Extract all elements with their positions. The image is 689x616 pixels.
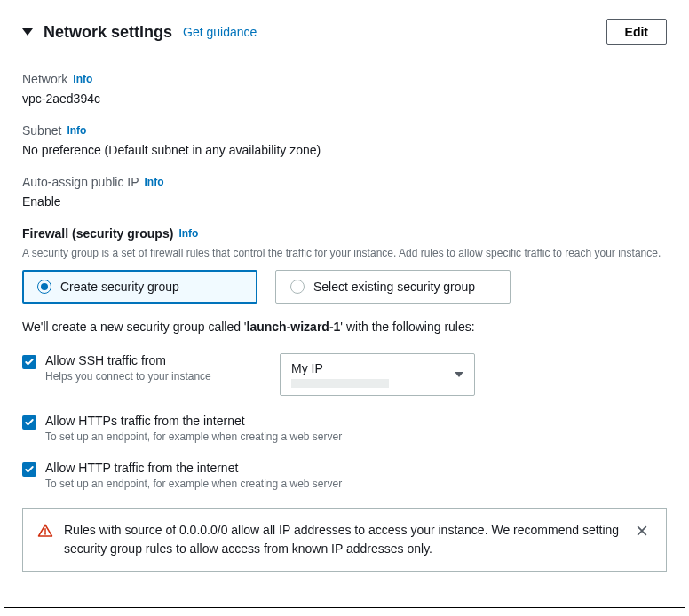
https-label: Allow HTTPs traffic from the internet bbox=[45, 414, 667, 428]
open-access-warning-alert: Rules with source of 0.0.0.0/0 allow all… bbox=[22, 508, 667, 572]
close-icon bbox=[636, 525, 648, 537]
create-sg-label: Create security group bbox=[60, 280, 179, 294]
radio-selected-icon bbox=[37, 280, 51, 294]
network-settings-panel: Network settings Get guidance Edit Netwo… bbox=[4, 4, 685, 608]
public-ip-label: Auto-assign public IP bbox=[22, 175, 139, 189]
firewall-desc: A security group is a set of firewall ru… bbox=[22, 246, 667, 261]
check-icon bbox=[24, 417, 35, 428]
sg-name: launch-wizard-1 bbox=[247, 320, 341, 334]
network-value: vpc-2aed394c bbox=[22, 91, 667, 106]
firewall-label: Firewall (security groups) bbox=[22, 226, 173, 241]
panel-header: Network settings Get guidance Edit bbox=[22, 19, 667, 45]
ssh-checkbox[interactable] bbox=[22, 355, 36, 369]
public-ip-label-row: Auto-assign public IP Info bbox=[22, 175, 667, 189]
ssh-source-ip-placeholder bbox=[291, 379, 389, 388]
get-guidance-link[interactable]: Get guidance bbox=[183, 25, 257, 39]
http-label: Allow HTTP traffic from the internet bbox=[45, 461, 667, 475]
alert-close-button[interactable] bbox=[632, 521, 652, 543]
select-existing-security-group-radio[interactable]: Select existing security group bbox=[275, 270, 511, 304]
subnet-value: No preference (Default subnet in any ava… bbox=[22, 143, 667, 157]
subnet-field: Subnet Info No preference (Default subne… bbox=[22, 123, 667, 157]
existing-sg-label: Select existing security group bbox=[313, 280, 475, 294]
firewall-field: Firewall (security groups) Info A securi… bbox=[22, 226, 667, 572]
edit-button[interactable]: Edit bbox=[606, 19, 667, 45]
ssh-source-value: My IP bbox=[291, 361, 389, 375]
public-ip-info-link[interactable]: Info bbox=[145, 176, 164, 188]
chevron-down-icon bbox=[455, 372, 463, 377]
subnet-label-row: Subnet Info bbox=[22, 123, 667, 138]
network-info-link[interactable]: Info bbox=[73, 73, 92, 85]
network-field: Network Info vpc-2aed394c bbox=[22, 72, 667, 106]
alert-text: Rules with source of 0.0.0.0/0 allow all… bbox=[64, 521, 622, 558]
sg-create-text: We'll create a new security group called… bbox=[22, 320, 667, 334]
subnet-info-link[interactable]: Info bbox=[67, 124, 86, 137]
subnet-label: Subnet bbox=[22, 123, 61, 138]
ssh-desc: Helps you connect to your instance bbox=[45, 370, 271, 383]
firewall-label-row: Firewall (security groups) Info bbox=[22, 226, 667, 241]
check-icon bbox=[24, 357, 35, 367]
http-desc: To set up an endpoint, for example when … bbox=[45, 478, 667, 490]
ssh-source-select[interactable]: My IP bbox=[280, 353, 475, 396]
collapse-caret-icon[interactable] bbox=[22, 28, 33, 36]
https-rule-row: Allow HTTPs traffic from the internet To… bbox=[22, 414, 667, 443]
svg-point-1 bbox=[44, 533, 46, 535]
security-group-radio-group: Create security group Select existing se… bbox=[22, 270, 667, 304]
https-checkbox[interactable] bbox=[22, 415, 36, 430]
panel-title: Network settings bbox=[44, 23, 172, 42]
http-rule-row: Allow HTTP traffic from the internet To … bbox=[22, 461, 667, 490]
create-security-group-radio[interactable]: Create security group bbox=[22, 270, 257, 304]
network-label: Network bbox=[22, 72, 67, 86]
check-icon bbox=[24, 464, 35, 475]
network-label-row: Network Info bbox=[22, 72, 667, 86]
http-checkbox[interactable] bbox=[22, 462, 36, 477]
ssh-rule-row: Allow SSH traffic from Helps you connect… bbox=[22, 353, 667, 396]
https-desc: To set up an endpoint, for example when … bbox=[45, 430, 667, 443]
radio-unselected-icon bbox=[290, 280, 305, 294]
public-ip-field: Auto-assign public IP Info Enable bbox=[22, 175, 667, 209]
firewall-info-link[interactable]: Info bbox=[178, 227, 198, 240]
panel-header-left: Network settings Get guidance bbox=[22, 23, 257, 42]
public-ip-value: Enable bbox=[22, 194, 667, 209]
warning-icon bbox=[37, 523, 53, 541]
ssh-label: Allow SSH traffic from bbox=[45, 353, 271, 367]
